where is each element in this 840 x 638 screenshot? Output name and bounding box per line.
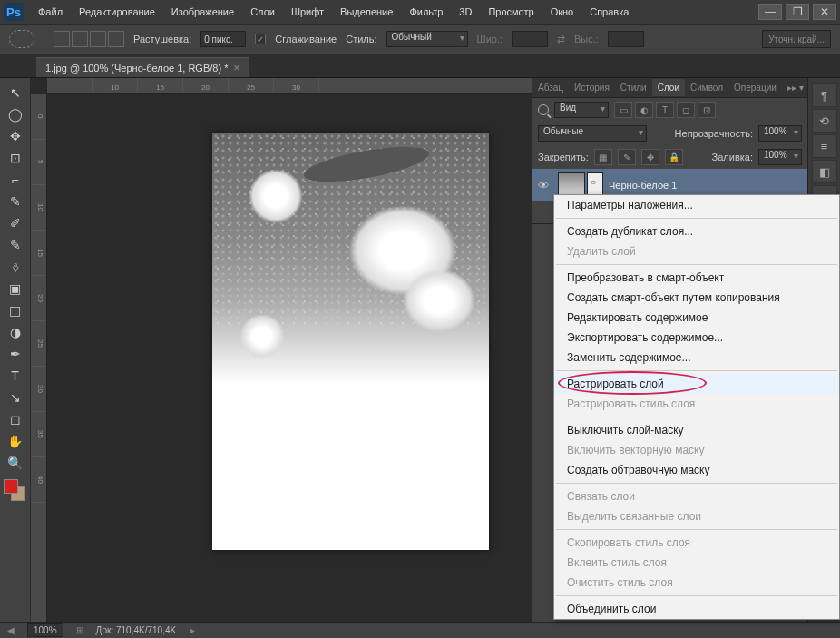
feather-input[interactable] bbox=[200, 31, 246, 47]
separator bbox=[556, 370, 837, 371]
layer-filter-2[interactable]: T bbox=[656, 102, 674, 118]
lock-position-icon[interactable]: ✥ bbox=[641, 149, 659, 165]
foreground-color[interactable] bbox=[4, 479, 18, 494]
tool-13[interactable]: T bbox=[4, 366, 27, 386]
collapsed-panel-3[interactable]: ◧ bbox=[812, 160, 837, 183]
layer-filter-4[interactable]: ⊡ bbox=[698, 102, 716, 118]
layer-filter-0[interactable]: ▭ bbox=[614, 102, 632, 118]
document-tab[interactable]: 1.jpg @ 100% (Черно-белое 1, RGB/8) * × bbox=[36, 57, 249, 77]
search-icon bbox=[538, 104, 549, 115]
close-tab-icon[interactable]: × bbox=[233, 62, 239, 74]
ruler-vertical: 0510152025303540 bbox=[31, 94, 47, 622]
doc-size-flyout-icon[interactable]: ▸ bbox=[190, 625, 195, 635]
tool-7[interactable]: ✎ bbox=[4, 235, 27, 255]
opacity-label: Непрозрачность: bbox=[675, 128, 753, 139]
tool-17[interactable]: 🔍 bbox=[4, 453, 27, 473]
context-item[interactable]: Выключить слой-маску bbox=[554, 420, 839, 440]
opacity-input[interactable]: 100% bbox=[758, 125, 802, 142]
height-input bbox=[608, 31, 644, 47]
maximize-button[interactable]: ❐ bbox=[786, 4, 809, 20]
lock-transparent-icon[interactable]: ▦ bbox=[594, 149, 612, 165]
collapsed-panel-2[interactable]: ≡ bbox=[812, 134, 837, 158]
refine-edge-button[interactable]: Уточн. край... bbox=[762, 30, 831, 48]
intersect-selection-button[interactable] bbox=[108, 31, 124, 47]
panel-tab-Абзац[interactable]: Абзац bbox=[532, 79, 569, 96]
tool-11[interactable]: ◑ bbox=[4, 322, 27, 342]
tool-2[interactable]: ✥ bbox=[4, 126, 27, 146]
layer-filter-1[interactable]: ◐ bbox=[635, 102, 653, 118]
collapsed-panel-0[interactable]: ¶ bbox=[812, 83, 837, 107]
lock-pixels-icon[interactable]: ✎ bbox=[618, 149, 636, 165]
tool-5[interactable]: ✎ bbox=[4, 191, 27, 211]
color-swatches[interactable] bbox=[0, 477, 30, 503]
antialias-checkbox[interactable] bbox=[255, 34, 266, 44]
menu-окно[interactable]: Окно bbox=[543, 3, 581, 21]
tool-10[interactable]: ◫ bbox=[4, 300, 27, 320]
tool-8[interactable]: ⎀ bbox=[4, 257, 27, 277]
separator bbox=[556, 529, 837, 530]
context-item[interactable]: Экспортировать содержимое... bbox=[554, 328, 839, 348]
menu-выделение[interactable]: Выделение bbox=[333, 3, 400, 21]
tool-16[interactable]: ✋ bbox=[4, 431, 27, 451]
tool-4[interactable]: ⌐ bbox=[4, 170, 27, 190]
context-item[interactable]: Растрировать слой bbox=[554, 374, 839, 394]
context-item[interactable]: Объединить слои bbox=[554, 599, 839, 619]
layer-context-menu: Параметры наложения...Создать дубликат с… bbox=[553, 194, 840, 620]
menu-шрифт[interactable]: Шрифт bbox=[284, 3, 331, 21]
highlight-ring bbox=[558, 371, 707, 395]
tool-0[interactable]: ↖ bbox=[4, 83, 27, 103]
context-item[interactable]: Создать обтравочную маску bbox=[554, 460, 839, 480]
menu-фильтр[interactable]: Фильтр bbox=[402, 3, 450, 21]
subtract-selection-button[interactable] bbox=[90, 31, 106, 47]
panel-flyout-icon[interactable]: ▸▸ ▾ bbox=[784, 83, 807, 93]
divider bbox=[44, 29, 44, 49]
layer-filter-3[interactable]: ◻ bbox=[677, 102, 695, 118]
marquee-tool-icon[interactable] bbox=[9, 30, 34, 48]
context-item[interactable]: Преобразовать в смарт-объект bbox=[554, 268, 839, 288]
tool-1[interactable]: ◯ bbox=[4, 104, 27, 124]
fill-input[interactable]: 100% bbox=[758, 149, 802, 165]
scroll-left-icon[interactable]: ◀ bbox=[7, 625, 15, 635]
blend-mode-dropdown[interactable]: Обычные bbox=[538, 125, 647, 142]
visibility-toggle-icon[interactable]: 👁 bbox=[538, 179, 552, 192]
panel-tab-Операции[interactable]: Операции bbox=[728, 79, 782, 96]
tool-9[interactable]: ▣ bbox=[4, 279, 27, 299]
minimize-button[interactable]: — bbox=[758, 4, 782, 20]
tool-6[interactable]: ✐ bbox=[4, 213, 27, 233]
style-dropdown[interactable]: Обычный bbox=[386, 31, 468, 47]
tool-12[interactable]: ✒ bbox=[4, 344, 27, 364]
panel-tab-Слои[interactable]: Слои bbox=[652, 79, 685, 96]
document-canvas[interactable] bbox=[212, 133, 489, 550]
menu-файл[interactable]: Файл bbox=[31, 3, 70, 21]
menu-изображение[interactable]: Изображение bbox=[164, 3, 241, 21]
context-item: Удалить слой bbox=[554, 241, 839, 261]
menu-просмотр[interactable]: Просмотр bbox=[481, 3, 541, 21]
menu-слои[interactable]: Слои bbox=[243, 3, 282, 21]
menu-редактирование[interactable]: Редактирование bbox=[72, 3, 162, 21]
context-item[interactable]: Создать дубликат слоя... bbox=[554, 221, 839, 241]
layer-kind-dropdown[interactable]: Вид bbox=[554, 102, 609, 118]
tool-14[interactable]: ↘ bbox=[4, 388, 27, 407]
context-item[interactable]: Создать смарт-объект путем копирования bbox=[554, 288, 839, 308]
add-selection-button[interactable] bbox=[72, 31, 88, 47]
menu-справка[interactable]: Справка bbox=[582, 3, 636, 21]
tool-15[interactable]: ◻ bbox=[4, 409, 27, 429]
collapsed-panel-1[interactable]: ⟲ bbox=[812, 109, 837, 133]
selection-mode-buttons bbox=[54, 31, 124, 47]
close-button[interactable]: ✕ bbox=[813, 4, 836, 20]
context-item: Скопировать стиль слоя bbox=[554, 533, 839, 553]
panel-tab-История[interactable]: История bbox=[569, 79, 615, 96]
menu-3d[interactable]: 3D bbox=[452, 3, 479, 21]
context-item[interactable]: Редактировать содержимое bbox=[554, 308, 839, 328]
tool-3[interactable]: ⊡ bbox=[4, 148, 27, 168]
titlebar: Ps ФайлРедактированиеИзображениеСлоиШриф… bbox=[0, 0, 840, 24]
lock-all-icon[interactable]: 🔒 bbox=[665, 149, 683, 165]
context-item[interactable]: Заменить содержимое... bbox=[554, 348, 839, 368]
panel-tab-Стили[interactable]: Стили bbox=[615, 79, 652, 96]
zoom-level[interactable]: 100% bbox=[27, 623, 63, 637]
image-element bbox=[239, 314, 285, 359]
layer-name-label[interactable]: Черно-белое 1 bbox=[609, 180, 677, 191]
context-item[interactable]: Параметры наложения... bbox=[554, 195, 839, 215]
panel-tab-Символ[interactable]: Символ bbox=[685, 79, 728, 96]
new-selection-button[interactable] bbox=[54, 31, 70, 47]
